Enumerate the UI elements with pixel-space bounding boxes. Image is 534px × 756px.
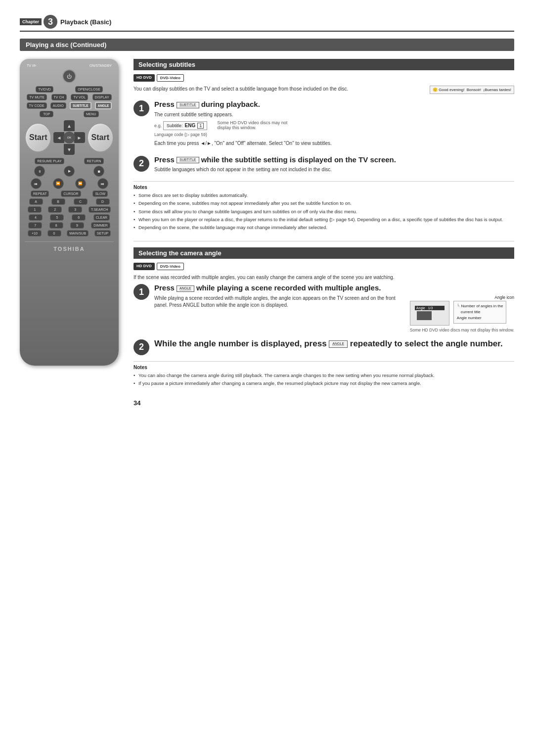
angle-btn-2[interactable]: ANGLE bbox=[329, 340, 348, 348]
dpad: ▲ ▼ ◄ ► OK bbox=[53, 120, 85, 155]
subtitle-btn-2[interactable]: SUBTITLE bbox=[177, 157, 199, 163]
subtitle-step2-title: Press SUBTITLE while the subtitle settin… bbox=[154, 155, 514, 165]
angle-button[interactable]: ANGLE bbox=[95, 102, 112, 109]
repeat-button[interactable]: REPEAT bbox=[31, 190, 49, 197]
camera-note-2: If you pause a picture immediately after… bbox=[134, 380, 514, 386]
menu-button[interactable]: MENU bbox=[84, 111, 99, 117]
camera-step1-title: Press ANGLE while playing a scene record… bbox=[154, 283, 514, 293]
plus10-button[interactable]: +10 bbox=[28, 230, 42, 236]
cursor-button[interactable]: CURSOR bbox=[61, 190, 81, 197]
camera-intro: If the scene was recorded with multiple … bbox=[134, 274, 514, 281]
camera-step2-content: While the angle number is displayed, pre… bbox=[154, 338, 514, 349]
toshiba-logo: TOSHIBA bbox=[25, 241, 114, 252]
num5-button[interactable]: 5 bbox=[50, 214, 64, 221]
step1-side-note: Some HD DVD video discs may not display … bbox=[217, 120, 296, 130]
page-number: 34 bbox=[134, 399, 514, 407]
camera-format-badges: HD DVD DVD-Video bbox=[134, 263, 514, 270]
ff-button[interactable]: ⏩ bbox=[75, 178, 86, 189]
rewind-button[interactable]: ⏪ bbox=[53, 178, 64, 189]
tv-mute-button[interactable]: TV MUTE bbox=[27, 94, 47, 100]
section-banner: Playing a disc (Continued) bbox=[20, 39, 514, 51]
subtitle-note-1: Some discs are set to display subtitles … bbox=[134, 192, 514, 198]
subtitle-step1-content: Press SUBTITLE during playback. The curr… bbox=[154, 99, 514, 149]
open-close-button[interactable]: OPEN/CLOSE bbox=[75, 86, 103, 93]
power-button[interactable]: ⏻ bbox=[62, 69, 76, 83]
subtitle-note-5: Depending on the scene, the subtitle lan… bbox=[134, 224, 514, 231]
subtitle-step2: 2 Press SUBTITLE while the subtitle sett… bbox=[134, 155, 514, 176]
subtitle-note-3: Some discs will allow you to change subt… bbox=[134, 208, 514, 215]
subtitles-intro: You can display subtitles on the TV and … bbox=[134, 86, 422, 93]
skip-prev-button[interactable]: ⏮ bbox=[31, 178, 42, 189]
play-button[interactable]: ▶ bbox=[64, 166, 75, 177]
subtitle-step1-title: Press SUBTITLE during playback. bbox=[154, 99, 514, 109]
subtitle-display-box: Subtitle: ENG 1 bbox=[163, 121, 207, 130]
subtitle-button[interactable]: SUBTITLE bbox=[70, 102, 91, 109]
audio-subtitle-angle-row: TV CODE AUDIO SUBTITLE ANGLE bbox=[25, 102, 114, 109]
lang-code-note: Language code (▷ page 59) bbox=[154, 132, 207, 137]
subtitles-section: Selecting subtitles HD DVD DVD-Video You… bbox=[134, 59, 514, 235]
num7-button[interactable]: 7 bbox=[28, 222, 42, 229]
subtitle-step1-details: e.g. Subtitle: ENG 1 Language code (▷ pa… bbox=[154, 120, 514, 137]
display-button[interactable]: DISPLAY bbox=[92, 94, 112, 100]
camera-step1-desc: While playing a scene recorded with mult… bbox=[154, 295, 402, 309]
slow-button[interactable]: SLOW bbox=[92, 190, 108, 197]
num4-button[interactable]: 4 bbox=[29, 214, 43, 221]
dimmer-button[interactable]: DIMMER bbox=[91, 222, 110, 229]
camera-step2: 2 While the angle number is displayed, p… bbox=[134, 338, 514, 355]
num6-button[interactable]: 6 bbox=[72, 214, 86, 221]
num9-button[interactable]: 9 bbox=[70, 222, 84, 229]
a-button[interactable]: A bbox=[29, 198, 43, 205]
remote-control: TV I/Þ ON/STANDBY ⏻ TV/DVD OPEN/CLOSE TV… bbox=[20, 59, 119, 366]
camera-step1-side-note: Some HD DVD video discs may not display … bbox=[410, 328, 514, 332]
num8-button[interactable]: 8 bbox=[49, 222, 63, 229]
repeat-row: REPEAT CURSOR SLOW bbox=[25, 190, 114, 197]
stop-button[interactable]: ⏹ bbox=[93, 166, 104, 177]
subtitle-btn-1[interactable]: SUBTITLE bbox=[177, 102, 199, 108]
tvdvd-button[interactable]: TV/DVD bbox=[36, 86, 53, 93]
abcd-row: A B C D bbox=[25, 198, 114, 205]
top-button[interactable]: TOP bbox=[40, 111, 53, 117]
camera-step1-body: While playing a scene recorded with mult… bbox=[154, 295, 514, 332]
tv-ch-button[interactable]: TV CH bbox=[51, 94, 67, 100]
dpad-right[interactable]: ► bbox=[74, 132, 85, 143]
resume-return-row: RESUME PLAY RETURN bbox=[25, 158, 114, 164]
num3-button[interactable]: 3 bbox=[68, 206, 82, 213]
camera-hd-dvd-badge: HD DVD bbox=[134, 263, 155, 270]
subtitles-notes-list: Some discs are set to display subtitles … bbox=[134, 192, 514, 231]
b-button[interactable]: B bbox=[51, 198, 65, 205]
num-row-2: 4 5 6 CLEAR bbox=[25, 214, 114, 221]
camera-note-1: You can also change the camera angle dur… bbox=[134, 372, 514, 378]
subtitle-step1-extra: Each time you press ◄/►, "On" and "Off" … bbox=[154, 140, 514, 147]
d-button[interactable]: D bbox=[96, 198, 110, 205]
return-button[interactable]: RETURN bbox=[84, 158, 103, 164]
dpad-ok[interactable]: OK bbox=[63, 132, 75, 143]
angle-btn-1[interactable]: ANGLE bbox=[177, 285, 194, 292]
tsearch-button[interactable]: T.SEARCH bbox=[89, 206, 111, 213]
camera-step2-title: While the angle number is displayed, pre… bbox=[154, 338, 514, 349]
hd-dvd-badge: HD DVD bbox=[134, 74, 155, 82]
camera-step1: 1 Press ANGLE while playing a scene reco… bbox=[134, 283, 514, 332]
dpad-up[interactable]: ▲ bbox=[64, 120, 75, 131]
c-button[interactable]: C bbox=[74, 198, 88, 205]
resume-play-button[interactable]: RESUME PLAY bbox=[35, 158, 64, 164]
camera-section: Selecting the camera angle HD DVD DVD-Vi… bbox=[134, 247, 514, 391]
num2-button[interactable]: 2 bbox=[48, 206, 62, 213]
num0-button[interactable]: 0 bbox=[47, 230, 61, 236]
subtitle-step1-desc: The current subtitle setting appears. bbox=[154, 111, 514, 118]
chapter-header: Chapter 3 Playback (Basic) bbox=[20, 15, 514, 32]
num1-button[interactable]: 1 bbox=[28, 206, 42, 213]
skip-next-button[interactable]: ⏭ bbox=[97, 178, 108, 189]
camera-step1-content: Press ANGLE while playing a scene record… bbox=[154, 283, 514, 332]
setup-button[interactable]: SETUP bbox=[94, 230, 111, 236]
pause-button[interactable]: ⏸ bbox=[34, 166, 45, 177]
dpad-down[interactable]: ▼ bbox=[64, 144, 75, 155]
subtitle-step1: 1 Press SUBTITLE during playback. The cu… bbox=[134, 99, 514, 149]
chapter-title: Playback (Basic) bbox=[60, 18, 111, 26]
content-area: Selecting subtitles HD DVD DVD-Video You… bbox=[134, 59, 514, 407]
audio-button[interactable]: AUDIO bbox=[50, 102, 66, 109]
clear-button[interactable]: CLEAR bbox=[93, 214, 110, 221]
tv-code-button[interactable]: TV CODE bbox=[27, 102, 47, 109]
tv-vol-button[interactable]: TV VOL bbox=[71, 94, 88, 100]
mainsub-button[interactable]: MAIN/SUB bbox=[67, 230, 89, 236]
camera-notes-title: Notes bbox=[134, 365, 514, 370]
